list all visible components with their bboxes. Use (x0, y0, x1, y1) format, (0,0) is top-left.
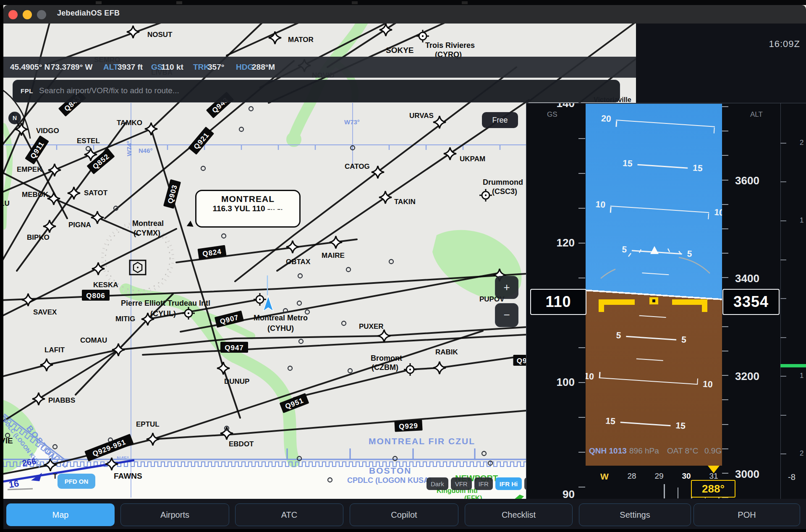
alt-tick (722, 253, 728, 254)
minimize-button[interactable] (23, 10, 32, 19)
svg-text:NOSUT: NOSUT (147, 31, 173, 39)
svg-text:N46°: N46° (139, 147, 153, 154)
svg-text:(CSC3): (CSC3) (492, 187, 517, 196)
speed-tick (578, 487, 585, 487)
aircraft-symbol-left-leg (599, 305, 604, 312)
svg-text:EMPEK: EMPEK (17, 165, 42, 173)
vs-label: 2 (800, 449, 803, 458)
heading-label: 30 (682, 472, 691, 481)
navaid-info-box: MONTREAL 116.3 YUL 110 −·· −· (195, 190, 301, 228)
alt-tick (722, 277, 728, 278)
svg-text:Montreal Metro: Montreal Metro (254, 314, 308, 322)
alt-tick (722, 180, 728, 181)
speed-tick (578, 208, 585, 209)
latitude-value: 45.4905° N (10, 63, 50, 72)
zoom-out-button[interactable]: − (495, 303, 518, 327)
svg-text:Q929: Q929 (399, 422, 419, 430)
speed-tick (578, 452, 585, 453)
vs-tick (780, 259, 786, 260)
pfd-gs-label: GS (547, 110, 557, 119)
svg-text:DUNUP: DUNUP (224, 377, 249, 385)
alt-tick (722, 473, 728, 474)
flight-status-bar: 45.4905° N 73.3789° W ALT 3937 ft GS 110… (3, 57, 636, 78)
vs-readout: -8 (788, 472, 796, 482)
tab-airports[interactable]: Airports (120, 503, 229, 526)
gload-value: 0.9G (704, 446, 722, 456)
svg-text:CATOG: CATOG (345, 162, 370, 170)
tab-poh[interactable]: POH (693, 503, 800, 526)
heading-readout: 288° (691, 480, 735, 498)
heading-tick (678, 487, 679, 498)
hdg-value: 288°M (252, 63, 275, 72)
svg-text:MITIG: MITIG (115, 315, 135, 323)
zoom-window-button[interactable] (37, 10, 46, 19)
vs-tick (780, 181, 786, 182)
svg-text:VIDGO: VIDGO (36, 127, 59, 135)
alt-tape-label: 3200 (735, 370, 759, 383)
svg-text:Montreal: Montreal (132, 219, 164, 228)
pfd-toggle-button[interactable]: PFD ON (58, 474, 95, 489)
svg-text:W73°: W73° (344, 118, 360, 126)
layer-button-ifr-hi[interactable]: IFR Hi (495, 477, 522, 490)
tab-copilot[interactable]: Copilot (350, 503, 458, 526)
vs-tick (780, 298, 786, 299)
svg-text:PUXER: PUXER (359, 322, 384, 330)
navaid-name: MONTREAL (196, 194, 299, 204)
zoom-in-button[interactable]: + (495, 276, 518, 299)
svg-text:Bromont: Bromont (371, 354, 402, 362)
vs-tape-axis (780, 103, 781, 499)
longitude-value: 73.3789° W (51, 63, 93, 72)
svg-text:Pierre Elliott Trudeau Intl: Pierre Elliott Trudeau Intl (121, 299, 210, 307)
window-title-bar: JebediahOS EFB (3, 5, 806, 24)
tab-checklist[interactable]: Checklist (465, 503, 573, 526)
layer-button-vfr[interactable]: VFR (451, 477, 472, 490)
alt-tick (722, 351, 728, 351)
aircraft-symbol-center (649, 297, 658, 304)
compass-north-button[interactable]: N (8, 112, 21, 124)
svg-text:CPDLC (LOGON KUSA): CPDLC (LOGON KUSA) (347, 476, 432, 485)
speed-tick (578, 347, 585, 348)
vs-tick (780, 337, 786, 338)
close-button[interactable] (8, 10, 18, 19)
tab-map[interactable]: Map (6, 503, 115, 526)
pfd-alt-label: ALT (750, 110, 763, 119)
svg-text:16: 16 (8, 478, 20, 490)
svg-text:PIABBS: PIABBS (48, 396, 75, 404)
alt-tick (722, 106, 728, 107)
tab-settings[interactable]: Settings (579, 503, 691, 526)
layer-button-ifr[interactable]: IFR (474, 477, 493, 490)
hdg-label: HDG (236, 63, 254, 72)
layer-button-dark[interactable]: Dark (427, 477, 448, 490)
speed-readout: 110 (530, 289, 586, 315)
speed-tape-label: 100 (541, 376, 575, 389)
svg-text:MAIRE: MAIRE (322, 252, 345, 259)
svg-text:RABIK: RABIK (435, 348, 458, 356)
alt-value: 3937 ft (118, 63, 143, 72)
route-search-input[interactable]: Search airport/VOR/fix to add to route..… (39, 86, 179, 95)
svg-text:OBTAX: OBTAX (286, 258, 311, 266)
alt-tape-label: 3600 (735, 174, 759, 187)
bottom-navigation: MapAirportsATCCopilotChecklistSettingsPO… (0, 499, 806, 529)
vs-tick (780, 220, 786, 221)
svg-text:EBDOT: EBDOT (229, 440, 254, 448)
aircraft-symbol-right-leg (702, 305, 707, 312)
vs-label: 1 (800, 216, 803, 225)
tab-atc[interactable]: ATC (235, 503, 343, 526)
utc-clock: 16:09Z (769, 39, 801, 50)
free-mode-button[interactable]: Free (482, 112, 518, 128)
trk-value: 357° (208, 63, 224, 72)
heading-pointer (708, 466, 720, 473)
speed-tick (578, 417, 585, 418)
heading-label: W (600, 472, 609, 482)
svg-text:LAFIT: LAFIT (44, 346, 65, 354)
alt-tick (722, 424, 728, 425)
alt-tick (722, 326, 728, 327)
svg-text:TAKIN: TAKIN (394, 198, 416, 206)
alt-tick (722, 228, 728, 229)
vs-tick (780, 376, 786, 377)
svg-text:KESKA: KESKA (93, 281, 118, 289)
bottom-edge (0, 529, 806, 532)
heading-label: 29 (654, 472, 663, 481)
speed-tick (578, 243, 585, 244)
alt-tick (722, 204, 728, 205)
